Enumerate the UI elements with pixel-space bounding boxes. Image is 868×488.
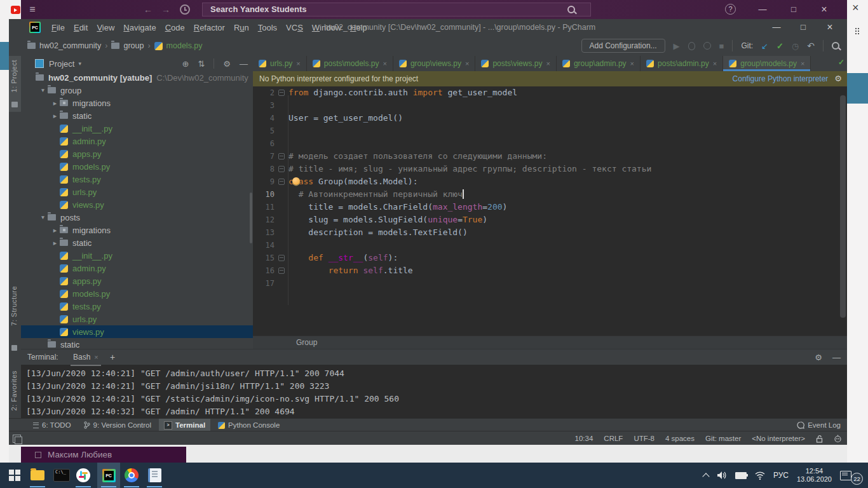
gear-icon[interactable]: ⚙ [815, 353, 822, 362]
breadcrumb-item[interactable]: hw02_community [39, 41, 101, 50]
fold-icon[interactable] [278, 166, 285, 172]
youtube-logo-icon[interactable] [11, 6, 20, 14]
back-icon[interactable]: ← [142, 0, 154, 19]
toolwindow-button--todo[interactable]: 6: TODO [28, 419, 76, 431]
menu-vcs[interactable]: VCS [281, 23, 308, 32]
taskbar-slack[interactable] [72, 463, 94, 488]
code-line[interactable]: 12 slug = models.SlugField(unique=True) [253, 214, 847, 226]
menu-file[interactable]: File [47, 23, 69, 32]
intention-bulb-icon[interactable] [292, 177, 300, 185]
chevron-right-icon[interactable]: ▸ [50, 226, 60, 234]
close-icon[interactable]: × [546, 60, 550, 67]
tree-item[interactable]: admin.py [21, 262, 253, 274]
code-line[interactable]: 16 return self.title [253, 264, 847, 277]
chevron-right-icon[interactable]: ▸ [50, 239, 60, 247]
code-line[interactable]: 17 [253, 277, 847, 290]
tree-item[interactable]: ▼posts [21, 211, 253, 224]
close-icon[interactable]: × [630, 60, 634, 67]
editor-tab[interactable]: group\models.py× [723, 56, 811, 71]
editor-tab[interactable]: group\views.py× [393, 56, 475, 71]
volume-icon[interactable] [717, 471, 727, 480]
tree-scrollbar[interactable] [250, 193, 252, 243]
hector-icon[interactable] [834, 435, 842, 443]
tree-item[interactable]: urls.py [21, 186, 253, 198]
tree-item[interactable]: models.py [21, 287, 253, 300]
project-panel-title[interactable]: Project [49, 59, 74, 69]
battery-icon[interactable] [735, 472, 747, 479]
chevron-down-icon[interactable]: ▾ [78, 60, 81, 67]
close-icon[interactable]: × [817, 19, 843, 36]
help-icon[interactable]: ? [725, 4, 736, 15]
breadcrumb-item[interactable]: group [123, 41, 144, 50]
close-icon[interactable]: × [465, 60, 469, 67]
menu-edit[interactable]: Edit [69, 23, 92, 32]
close-icon[interactable]: × [801, 60, 804, 67]
wifi-icon[interactable] [755, 471, 765, 480]
menu-run[interactable]: Run [229, 23, 254, 32]
tray-expand-icon[interactable] [702, 473, 709, 480]
code-line[interactable]: 10 # Автоинкрементный первичный ключ [253, 188, 847, 201]
overlay-close-icon[interactable]: × [817, 0, 832, 19]
code-line[interactable]: 6 [253, 137, 847, 150]
git-branch[interactable]: Git: master [705, 435, 741, 442]
new-terminal-icon[interactable]: + [110, 349, 115, 365]
gear-icon[interactable]: ⚙ [223, 59, 231, 69]
interpreter-widget[interactable]: <No interpreter> [752, 435, 805, 442]
page-close-icon[interactable]: × [852, 1, 859, 15]
breadcrumb-item[interactable]: models.py [166, 41, 203, 50]
chevron-down-icon[interactable]: ▼ [38, 214, 48, 220]
overlay-maximize-icon[interactable]: □ [786, 0, 801, 19]
code-line[interactable]: 14 [253, 239, 847, 252]
menu-tools[interactable]: Tools [254, 23, 281, 32]
language-indicator[interactable]: РУС [773, 471, 789, 480]
chevron-right-icon[interactable]: ▸ [50, 112, 60, 120]
editor-tab[interactable]: group\admin.py× [557, 56, 641, 71]
code-line[interactable]: 4User = get_user_model() [253, 112, 847, 125]
tree-item[interactable]: views.py [21, 325, 253, 338]
add-configuration-button[interactable]: Add Configuration... [581, 39, 665, 53]
taskbar-file-explorer[interactable] [27, 463, 48, 488]
inspection-ok-icon[interactable]: ✓ [838, 58, 844, 67]
tree-item[interactable]: tests.py [21, 173, 253, 186]
tree-item[interactable]: ▸migrations [21, 224, 253, 236]
unlock-icon[interactable] [816, 435, 823, 443]
caret-position[interactable]: 10:34 [575, 435, 593, 442]
kebab-menu-icon[interactable] [855, 28, 860, 37]
tree-item[interactable]: apps.py [21, 147, 253, 160]
code-line[interactable]: 11 title = models.CharField(max_length=2… [253, 201, 847, 214]
toolwindow-button-terminal[interactable]: >Terminal [159, 419, 210, 431]
locate-file-icon[interactable]: ⊕ [182, 59, 189, 69]
tree-item[interactable]: __init__.py [21, 122, 253, 135]
run-button[interactable]: ▶ [674, 41, 680, 51]
stop-button[interactable]: ■ [719, 41, 724, 51]
editor-tab[interactable]: posts\views.py× [475, 56, 556, 71]
hide-panel-icon[interactable]: — [832, 353, 841, 362]
stripe-item-project[interactable]: 1: Project [10, 60, 18, 92]
gear-icon[interactable]: ⚙ [834, 71, 842, 86]
code-line[interactable]: 13 description = models.TextField() [253, 226, 847, 239]
editor-tab[interactable]: posts\models.py× [307, 56, 393, 71]
search-icon[interactable] [567, 6, 575, 13]
start-button[interactable] [4, 463, 25, 488]
tray-clock[interactable]: 12:54 13.06.2020 [797, 467, 832, 484]
fold-icon[interactable] [278, 255, 285, 261]
debug-button[interactable] [688, 42, 695, 50]
taskbar-cmd[interactable]: C:\_ [51, 463, 72, 488]
collapse-all-icon[interactable]: ⇅ [198, 59, 205, 69]
code-line[interactable]: 5 [253, 125, 847, 137]
close-icon[interactable]: × [94, 353, 98, 361]
close-icon[interactable]: × [383, 60, 387, 67]
git-rollback-icon[interactable]: ↶ [807, 41, 815, 51]
tree-item[interactable]: ▸migrations [21, 97, 253, 109]
maximize-icon[interactable]: □ [790, 19, 817, 36]
forward-icon[interactable]: → [159, 0, 172, 19]
menu-navigate[interactable]: Navigate [119, 23, 160, 32]
editor-scrollbar[interactable] [840, 95, 846, 318]
taskbar-notepad[interactable] [144, 463, 165, 488]
history-clock-icon[interactable] [180, 4, 190, 15]
action-center-icon[interactable] [840, 471, 851, 480]
hamburger-menu-icon[interactable]: ≡ [26, 0, 39, 19]
notification-badge[interactable]: 22 [851, 473, 863, 485]
tree-item[interactable]: ▸static [21, 109, 253, 122]
event-log-button[interactable]: Event Log [797, 419, 841, 431]
